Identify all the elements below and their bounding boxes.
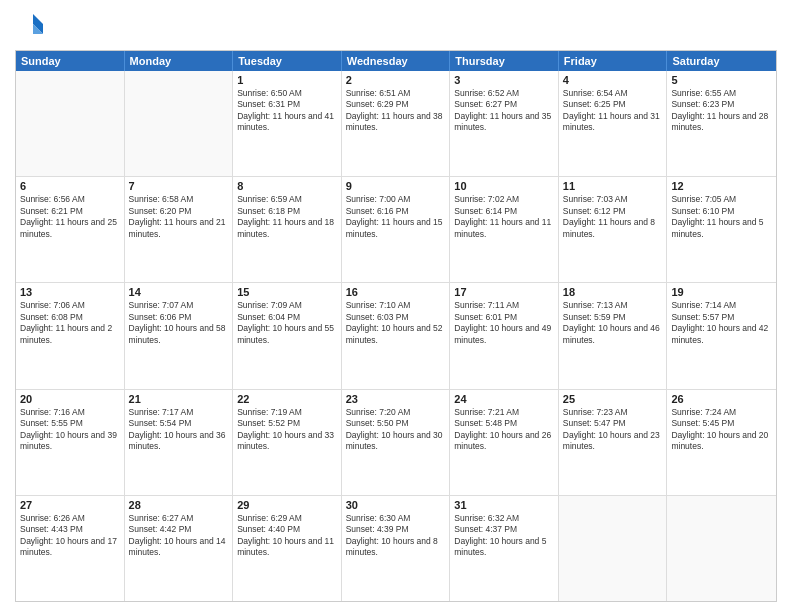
cal-cell: 5Sunrise: 6:55 AM Sunset: 6:23 PM Daylig… (667, 71, 776, 176)
cal-cell: 31Sunrise: 6:32 AM Sunset: 4:37 PM Dayli… (450, 496, 559, 601)
cell-info: Sunrise: 7:07 AM Sunset: 6:06 PM Dayligh… (129, 300, 229, 346)
day-number: 18 (563, 286, 663, 298)
day-number: 24 (454, 393, 554, 405)
day-number: 5 (671, 74, 772, 86)
cal-cell: 12Sunrise: 7:05 AM Sunset: 6:10 PM Dayli… (667, 177, 776, 282)
day-number: 11 (563, 180, 663, 192)
cal-cell: 4Sunrise: 6:54 AM Sunset: 6:25 PM Daylig… (559, 71, 668, 176)
cal-cell (667, 496, 776, 601)
day-number: 16 (346, 286, 446, 298)
cell-info: Sunrise: 7:20 AM Sunset: 5:50 PM Dayligh… (346, 407, 446, 453)
week-row-4: 20Sunrise: 7:16 AM Sunset: 5:55 PM Dayli… (16, 389, 776, 495)
cal-cell: 26Sunrise: 7:24 AM Sunset: 5:45 PM Dayli… (667, 390, 776, 495)
cal-cell: 22Sunrise: 7:19 AM Sunset: 5:52 PM Dayli… (233, 390, 342, 495)
cell-info: Sunrise: 7:17 AM Sunset: 5:54 PM Dayligh… (129, 407, 229, 453)
day-number: 26 (671, 393, 772, 405)
cell-info: Sunrise: 7:19 AM Sunset: 5:52 PM Dayligh… (237, 407, 337, 453)
cell-info: Sunrise: 7:05 AM Sunset: 6:10 PM Dayligh… (671, 194, 772, 240)
logo (15, 10, 51, 42)
cal-cell (559, 496, 668, 601)
day-number: 30 (346, 499, 446, 511)
cal-cell: 28Sunrise: 6:27 AM Sunset: 4:42 PM Dayli… (125, 496, 234, 601)
cell-info: Sunrise: 6:29 AM Sunset: 4:40 PM Dayligh… (237, 513, 337, 559)
cal-cell: 18Sunrise: 7:13 AM Sunset: 5:59 PM Dayli… (559, 283, 668, 388)
cal-cell: 19Sunrise: 7:14 AM Sunset: 5:57 PM Dayli… (667, 283, 776, 388)
cal-cell: 23Sunrise: 7:20 AM Sunset: 5:50 PM Dayli… (342, 390, 451, 495)
day-number: 10 (454, 180, 554, 192)
calendar-header: SundayMondayTuesdayWednesdayThursdayFrid… (16, 51, 776, 71)
cell-info: Sunrise: 6:50 AM Sunset: 6:31 PM Dayligh… (237, 88, 337, 134)
cell-info: Sunrise: 7:00 AM Sunset: 6:16 PM Dayligh… (346, 194, 446, 240)
day-number: 29 (237, 499, 337, 511)
cell-info: Sunrise: 7:14 AM Sunset: 5:57 PM Dayligh… (671, 300, 772, 346)
day-header-sunday: Sunday (16, 51, 125, 71)
cell-info: Sunrise: 7:06 AM Sunset: 6:08 PM Dayligh… (20, 300, 120, 346)
day-number: 17 (454, 286, 554, 298)
header (15, 10, 777, 42)
day-number: 13 (20, 286, 120, 298)
cal-cell: 13Sunrise: 7:06 AM Sunset: 6:08 PM Dayli… (16, 283, 125, 388)
cell-info: Sunrise: 7:24 AM Sunset: 5:45 PM Dayligh… (671, 407, 772, 453)
cal-cell: 8Sunrise: 6:59 AM Sunset: 6:18 PM Daylig… (233, 177, 342, 282)
cal-cell: 30Sunrise: 6:30 AM Sunset: 4:39 PM Dayli… (342, 496, 451, 601)
cal-cell: 11Sunrise: 7:03 AM Sunset: 6:12 PM Dayli… (559, 177, 668, 282)
cal-cell: 25Sunrise: 7:23 AM Sunset: 5:47 PM Dayli… (559, 390, 668, 495)
cell-info: Sunrise: 6:27 AM Sunset: 4:42 PM Dayligh… (129, 513, 229, 559)
day-number: 15 (237, 286, 337, 298)
day-number: 20 (20, 393, 120, 405)
day-number: 19 (671, 286, 772, 298)
cell-info: Sunrise: 6:58 AM Sunset: 6:20 PM Dayligh… (129, 194, 229, 240)
cell-info: Sunrise: 7:03 AM Sunset: 6:12 PM Dayligh… (563, 194, 663, 240)
cal-cell: 3Sunrise: 6:52 AM Sunset: 6:27 PM Daylig… (450, 71, 559, 176)
day-number: 8 (237, 180, 337, 192)
day-header-saturday: Saturday (667, 51, 776, 71)
day-number: 27 (20, 499, 120, 511)
week-row-2: 6Sunrise: 6:56 AM Sunset: 6:21 PM Daylig… (16, 176, 776, 282)
cell-info: Sunrise: 7:13 AM Sunset: 5:59 PM Dayligh… (563, 300, 663, 346)
cell-info: Sunrise: 6:56 AM Sunset: 6:21 PM Dayligh… (20, 194, 120, 240)
cal-cell (16, 71, 125, 176)
day-number: 3 (454, 74, 554, 86)
day-number: 12 (671, 180, 772, 192)
calendar-body: 1Sunrise: 6:50 AM Sunset: 6:31 PM Daylig… (16, 71, 776, 601)
day-header-monday: Monday (125, 51, 234, 71)
cell-info: Sunrise: 7:02 AM Sunset: 6:14 PM Dayligh… (454, 194, 554, 240)
logo-icon (15, 10, 47, 42)
cell-info: Sunrise: 7:11 AM Sunset: 6:01 PM Dayligh… (454, 300, 554, 346)
day-number: 9 (346, 180, 446, 192)
page: SundayMondayTuesdayWednesdayThursdayFrid… (0, 0, 792, 612)
day-number: 1 (237, 74, 337, 86)
cell-info: Sunrise: 6:52 AM Sunset: 6:27 PM Dayligh… (454, 88, 554, 134)
day-number: 4 (563, 74, 663, 86)
week-row-3: 13Sunrise: 7:06 AM Sunset: 6:08 PM Dayli… (16, 282, 776, 388)
cal-cell: 29Sunrise: 6:29 AM Sunset: 4:40 PM Dayli… (233, 496, 342, 601)
day-number: 6 (20, 180, 120, 192)
day-number: 22 (237, 393, 337, 405)
cal-cell: 2Sunrise: 6:51 AM Sunset: 6:29 PM Daylig… (342, 71, 451, 176)
day-number: 31 (454, 499, 554, 511)
cal-cell: 21Sunrise: 7:17 AM Sunset: 5:54 PM Dayli… (125, 390, 234, 495)
day-number: 28 (129, 499, 229, 511)
cal-cell: 7Sunrise: 6:58 AM Sunset: 6:20 PM Daylig… (125, 177, 234, 282)
cell-info: Sunrise: 7:16 AM Sunset: 5:55 PM Dayligh… (20, 407, 120, 453)
day-header-tuesday: Tuesday (233, 51, 342, 71)
day-number: 7 (129, 180, 229, 192)
day-header-friday: Friday (559, 51, 668, 71)
cell-info: Sunrise: 6:55 AM Sunset: 6:23 PM Dayligh… (671, 88, 772, 134)
cell-info: Sunrise: 6:54 AM Sunset: 6:25 PM Dayligh… (563, 88, 663, 134)
cal-cell: 16Sunrise: 7:10 AM Sunset: 6:03 PM Dayli… (342, 283, 451, 388)
cell-info: Sunrise: 7:10 AM Sunset: 6:03 PM Dayligh… (346, 300, 446, 346)
cal-cell: 17Sunrise: 7:11 AM Sunset: 6:01 PM Dayli… (450, 283, 559, 388)
cell-info: Sunrise: 6:51 AM Sunset: 6:29 PM Dayligh… (346, 88, 446, 134)
cal-cell: 14Sunrise: 7:07 AM Sunset: 6:06 PM Dayli… (125, 283, 234, 388)
cell-info: Sunrise: 6:30 AM Sunset: 4:39 PM Dayligh… (346, 513, 446, 559)
cell-info: Sunrise: 6:26 AM Sunset: 4:43 PM Dayligh… (20, 513, 120, 559)
cal-cell: 24Sunrise: 7:21 AM Sunset: 5:48 PM Dayli… (450, 390, 559, 495)
cal-cell: 10Sunrise: 7:02 AM Sunset: 6:14 PM Dayli… (450, 177, 559, 282)
cal-cell: 1Sunrise: 6:50 AM Sunset: 6:31 PM Daylig… (233, 71, 342, 176)
cell-info: Sunrise: 7:21 AM Sunset: 5:48 PM Dayligh… (454, 407, 554, 453)
cal-cell: 15Sunrise: 7:09 AM Sunset: 6:04 PM Dayli… (233, 283, 342, 388)
cell-info: Sunrise: 6:32 AM Sunset: 4:37 PM Dayligh… (454, 513, 554, 559)
calendar: SundayMondayTuesdayWednesdayThursdayFrid… (15, 50, 777, 602)
day-number: 23 (346, 393, 446, 405)
